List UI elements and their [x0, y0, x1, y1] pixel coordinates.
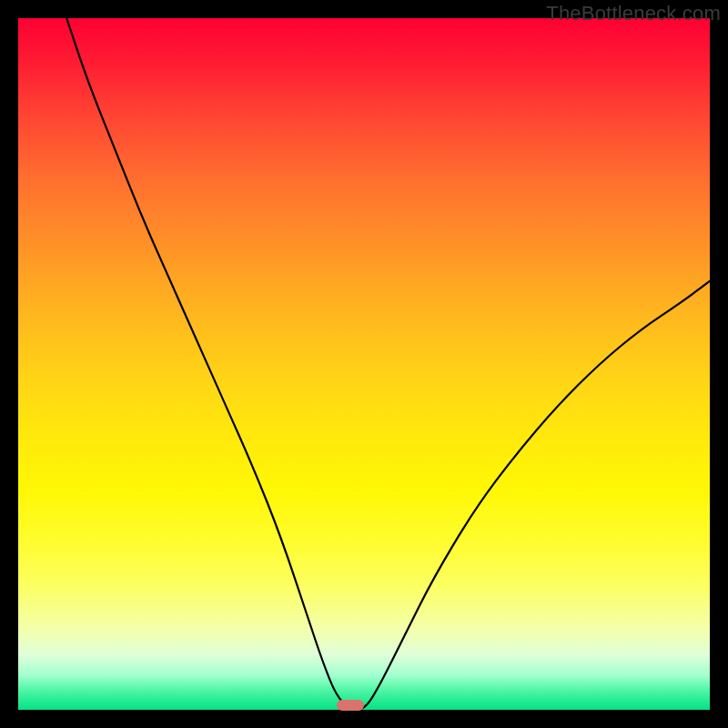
chart-frame: TheBottleneck.com — [0, 0, 728, 728]
optimal-marker — [337, 700, 364, 711]
watermark-text: TheBottleneck.com — [546, 2, 721, 25]
plot-area — [18, 18, 710, 710]
bottleneck-curve — [18, 18, 710, 710]
curve-path — [66, 18, 710, 710]
